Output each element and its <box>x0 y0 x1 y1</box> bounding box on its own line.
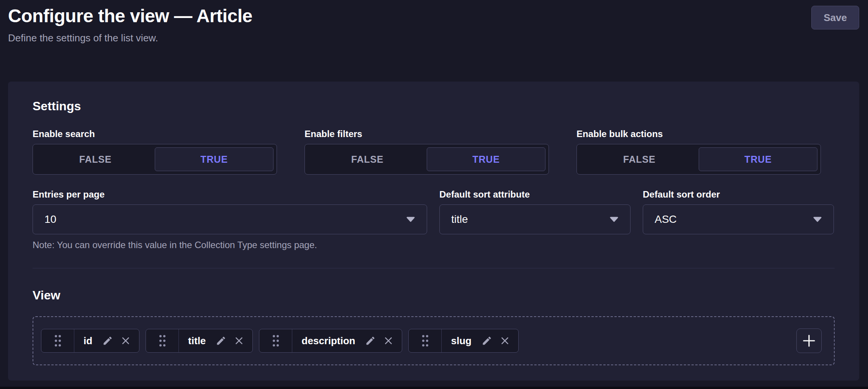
field-label: Default sort order <box>643 189 834 200</box>
field-label: Default sort attribute <box>439 189 631 200</box>
view-heading: View <box>33 288 835 302</box>
toggle-option-false[interactable]: FALSE <box>308 147 427 171</box>
enable-search-toggle: FALSE TRUE <box>33 144 277 175</box>
chip-drag-handle[interactable] <box>146 329 179 352</box>
toggle-option-true[interactable]: TRUE <box>155 147 274 171</box>
caret-down-icon <box>406 216 415 222</box>
page-title: Configure the view — Article <box>8 6 859 26</box>
caret-down-icon <box>609 216 619 222</box>
field-label: Enable filters <box>305 129 549 139</box>
close-icon <box>121 336 131 346</box>
page-subtitle: Define the settings of the list view. <box>8 32 859 44</box>
chip-drag-handle[interactable] <box>41 329 74 352</box>
toggle-option-true[interactable]: TRUE <box>427 147 545 171</box>
remove-field-button[interactable] <box>121 336 131 346</box>
drag-handle-icon <box>158 334 167 347</box>
close-icon <box>234 336 244 346</box>
page-header: Configure the view — Article Define the … <box>0 0 868 82</box>
drag-handle-icon <box>272 334 280 347</box>
toggle-field-enable-filters: Enable filters FALSE TRUE <box>305 129 549 175</box>
pencil-icon <box>102 335 113 346</box>
caret-down-icon <box>813 216 822 222</box>
settings-toggles-row: Enable search FALSE TRUE Enable filters … <box>33 129 835 175</box>
pencil-icon <box>216 335 226 346</box>
drag-handle-icon <box>54 334 62 347</box>
edit-field-button[interactable] <box>365 335 376 346</box>
chip-body: id <box>74 329 139 352</box>
select-field-entries-per-page: Entries per page 10 <box>33 189 427 234</box>
select-value: ASC <box>655 213 677 226</box>
chip-label: description <box>301 335 355 347</box>
chip-drag-handle[interactable] <box>259 329 292 352</box>
remove-field-button[interactable] <box>234 336 244 346</box>
drag-handle-icon <box>421 334 429 347</box>
toggle-option-false[interactable]: FALSE <box>580 147 699 171</box>
edit-field-button[interactable] <box>481 335 492 346</box>
default-sort-attribute-select[interactable]: title <box>439 204 631 234</box>
field-label: Entries per page <box>33 189 427 200</box>
settings-selects-row: Entries per page 10 Default sort attribu… <box>33 189 835 234</box>
edit-field-button[interactable] <box>102 335 113 346</box>
section-divider <box>33 268 835 268</box>
chip-label: id <box>84 335 92 347</box>
configure-view-panel: Settings Enable search FALSE TRUE Enable… <box>8 82 859 381</box>
settings-heading: Settings <box>33 99 835 113</box>
edit-field-button[interactable] <box>216 335 226 346</box>
remove-field-button[interactable] <box>383 336 393 346</box>
window-bottom-edge <box>0 387 868 389</box>
chip-body: title <box>179 329 252 352</box>
toggle-option-true[interactable]: TRUE <box>699 147 817 171</box>
select-value: 10 <box>44 213 56 226</box>
entries-per-page-select[interactable]: 10 <box>33 204 427 234</box>
chip-label: title <box>188 335 206 347</box>
add-field-button[interactable] <box>796 329 822 353</box>
field-chip: id <box>41 329 139 353</box>
close-icon <box>383 336 393 346</box>
enable-filters-toggle: FALSE TRUE <box>305 144 549 175</box>
select-value: title <box>451 213 468 226</box>
field-chip: slug <box>408 329 518 353</box>
field-layout-dropzone: id title <box>33 316 835 365</box>
toggle-option-false[interactable]: FALSE <box>36 147 155 171</box>
close-icon <box>500 336 510 346</box>
field-label: Enable search <box>33 129 277 139</box>
select-field-sort-attribute: Default sort attribute title <box>439 189 631 234</box>
chip-body: description <box>292 329 402 352</box>
toggle-field-enable-search: Enable search FALSE TRUE <box>33 129 277 175</box>
default-sort-order-select[interactable]: ASC <box>643 204 834 234</box>
toggle-field-enable-bulk-actions: Enable bulk actions FALSE TRUE <box>576 129 821 175</box>
plus-icon <box>802 334 816 348</box>
chip-drag-handle[interactable] <box>409 329 442 352</box>
entries-note: Note: You can override this value in the… <box>33 240 835 250</box>
enable-bulk-actions-toggle: FALSE TRUE <box>576 144 821 175</box>
chip-body: slug <box>442 329 518 352</box>
chip-label: slug <box>451 335 471 347</box>
field-chip: title <box>146 329 253 353</box>
field-chip: description <box>259 329 402 353</box>
pencil-icon <box>365 335 376 346</box>
save-button[interactable]: Save <box>811 6 859 29</box>
pencil-icon <box>481 335 492 346</box>
field-label: Enable bulk actions <box>576 129 821 139</box>
remove-field-button[interactable] <box>500 336 510 346</box>
select-field-sort-order: Default sort order ASC <box>643 189 834 234</box>
